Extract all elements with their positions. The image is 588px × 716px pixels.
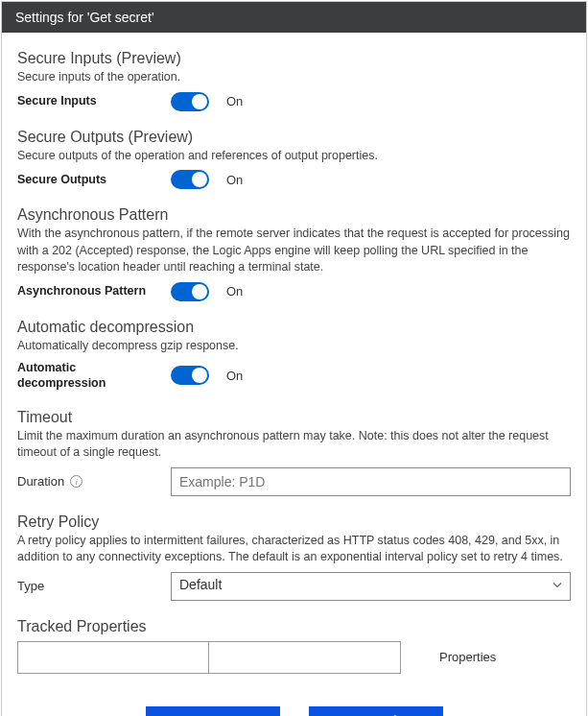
duration-label: Duration i bbox=[17, 474, 161, 489]
timeout-desc: Limit the maximum duration an asynchrono… bbox=[17, 428, 571, 462]
retry-type-select[interactable]: Default bbox=[171, 572, 571, 601]
auto-decompress-toggle[interactable] bbox=[171, 366, 209, 385]
async-pattern-desc: With the asynchronous pattern, if the re… bbox=[17, 226, 571, 276]
tracked-title: Tracked Properties bbox=[17, 618, 571, 635]
timeout-title: Timeout bbox=[17, 409, 571, 426]
secure-outputs-label: Secure Outputs bbox=[17, 172, 161, 187]
duration-input[interactable] bbox=[171, 467, 571, 496]
timeout-section: Timeout Limit the maximum duration an as… bbox=[17, 409, 571, 496]
auto-decompress-state: On bbox=[226, 369, 243, 383]
retry-type-label: Type bbox=[17, 579, 161, 593]
panel-title: Settings for 'Get secret' bbox=[15, 10, 154, 25]
tracked-properties-section: Tracked Properties Properties bbox=[17, 618, 571, 674]
secure-inputs-title: Secure Inputs (Preview) bbox=[17, 50, 571, 67]
secure-outputs-toggle[interactable] bbox=[171, 170, 209, 189]
async-pattern-state: On bbox=[226, 284, 243, 298]
panel-header: Settings for 'Get secret' bbox=[2, 2, 586, 33]
secure-inputs-toggle[interactable] bbox=[171, 92, 209, 111]
retry-title: Retry Policy bbox=[17, 513, 571, 531]
async-pattern-label: Asynchronous Pattern bbox=[17, 283, 161, 298]
done-button[interactable]: Done bbox=[146, 706, 280, 717]
secure-outputs-desc: Secure outputs of the operation and refe… bbox=[17, 148, 571, 165]
async-pattern-title: Asynchronous Pattern bbox=[17, 206, 571, 224]
retry-policy-section: Retry Policy A retry policy applies to i… bbox=[17, 513, 571, 601]
secure-inputs-section: Secure Inputs (Preview) Secure inputs of… bbox=[17, 50, 571, 111]
cancel-button[interactable]: Cancel bbox=[309, 706, 443, 717]
panel-body: Secure Inputs (Preview) Secure inputs of… bbox=[2, 33, 586, 716]
secure-inputs-label: Secure Inputs bbox=[17, 93, 161, 108]
secure-inputs-state: On bbox=[226, 94, 243, 108]
settings-panel: Settings for 'Get secret' Secure Inputs … bbox=[1, 1, 587, 716]
tracked-col-label: Properties bbox=[439, 650, 496, 664]
secure-inputs-desc: Secure inputs of the operation. bbox=[17, 69, 571, 86]
auto-decompress-desc: Automatically decompress gzip response. bbox=[17, 338, 571, 355]
tracked-value-input[interactable] bbox=[209, 641, 401, 674]
action-buttons: Done Cancel bbox=[17, 706, 571, 717]
info-icon[interactable]: i bbox=[70, 475, 82, 488]
async-pattern-toggle[interactable] bbox=[171, 282, 209, 301]
secure-outputs-state: On bbox=[226, 173, 243, 187]
auto-decompress-title: Automatic decompression bbox=[17, 319, 571, 336]
auto-decompress-section: Automatic decompression Automatically de… bbox=[17, 319, 571, 392]
retry-desc: A retry policy applies to intermittent f… bbox=[17, 533, 571, 566]
async-pattern-section: Asynchronous Pattern With the asynchrono… bbox=[17, 206, 571, 301]
auto-decompress-label: Automatic decompression bbox=[17, 360, 161, 392]
secure-outputs-title: Secure Outputs (Preview) bbox=[17, 129, 571, 146]
secure-outputs-section: Secure Outputs (Preview) Secure outputs … bbox=[17, 129, 571, 190]
tracked-key-input[interactable] bbox=[17, 641, 209, 674]
